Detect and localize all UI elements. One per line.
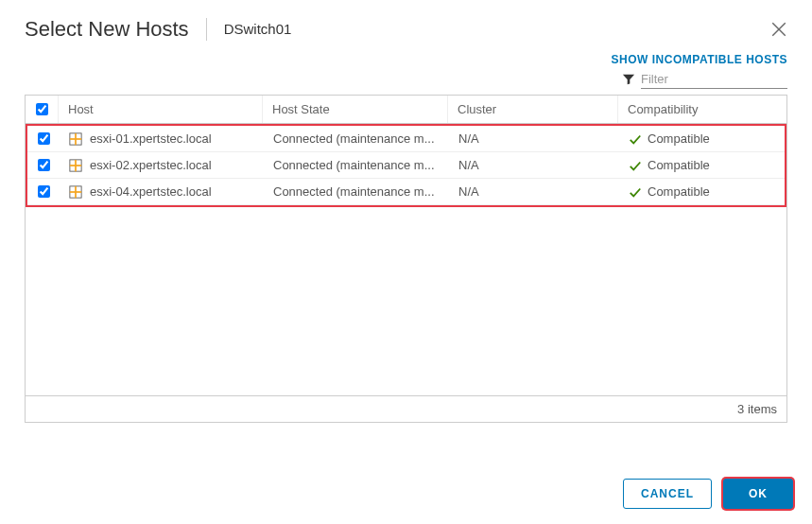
row-checkbox[interactable] [38,159,50,171]
dialog-subtitle: DSwitch01 [206,18,292,41]
dialog-header: Select New Hosts DSwitch01 [0,0,812,53]
host-state: Connected (maintenance m... [273,158,435,172]
cancel-button[interactable]: CANCEL [623,479,712,509]
filter-input[interactable] [641,70,787,89]
host-compat: Compatible [648,158,710,172]
dialog-actions: CANCEL OK [623,479,793,509]
column-host[interactable]: Host [58,96,262,123]
host-compat: Compatible [648,184,710,199]
controls-row: SHOW INCOMPATIBLE HOSTS [0,53,812,70]
host-cluster: N/A [458,131,479,146]
close-icon[interactable] [770,21,787,38]
table-header: Host Host State Cluster Compatibility [26,96,786,124]
host-state: Connected (maintenance m... [273,184,435,199]
column-cluster[interactable]: Cluster [447,96,617,123]
host-state: Connected (maintenance m... [273,131,435,146]
host-icon [69,185,82,199]
header-select-all[interactable] [26,96,58,123]
filter-row [0,70,812,95]
column-host-state[interactable]: Host State [262,96,447,123]
filter-icon [622,73,635,86]
host-icon [69,132,82,146]
show-incompatible-link[interactable]: SHOW INCOMPATIBLE HOSTS [612,53,787,66]
table-body: esxi-01.xpertstec.local Connected (maint… [26,124,786,395]
select-all-checkbox[interactable] [36,103,48,115]
table-row[interactable]: esxi-04.xpertstec.local Connected (maint… [27,179,785,205]
table-footer: 3 items [25,395,787,423]
column-compatibility[interactable]: Compatibility [617,96,786,123]
host-cluster: N/A [458,158,479,172]
host-cluster: N/A [458,184,479,199]
select-new-hosts-dialog: Select New Hosts DSwitch01 SHOW INCOMPAT… [0,0,812,423]
host-compat: Compatible [648,131,710,146]
hosts-table: Host Host State Cluster Compatibility [25,95,787,395]
host-name: esxi-02.xpertstec.local [90,158,212,172]
host-name: esxi-04.xpertstec.local [90,184,212,199]
host-name: esxi-01.xpertstec.local [90,131,212,146]
check-icon [629,159,642,172]
check-icon [629,185,642,199]
table-rows-highlight: esxi-01.xpertstec.local Connected (maint… [26,126,786,207]
item-count: 3 items [737,402,777,416]
row-checkbox[interactable] [38,132,50,145]
table-row[interactable]: esxi-01.xpertstec.local Connected (maint… [27,126,785,152]
dialog-title: Select New Hosts [25,17,206,42]
ok-button[interactable]: OK [723,479,793,509]
host-icon [69,159,82,172]
table-row[interactable]: esxi-02.xpertstec.local Connected (maint… [27,152,785,179]
row-checkbox[interactable] [38,185,50,198]
check-icon [629,132,642,146]
